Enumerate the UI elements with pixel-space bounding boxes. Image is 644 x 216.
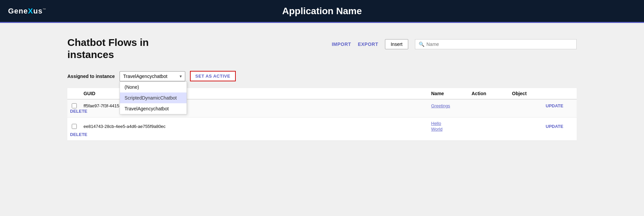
- search-box: 🔍: [415, 39, 577, 49]
- th-object: Object: [509, 91, 543, 96]
- th-name: Name: [428, 91, 469, 96]
- row2-checkbox-cell: [67, 124, 81, 129]
- app-header: GeneXus™ Application Name: [0, 0, 644, 23]
- export-button[interactable]: EXPORT: [358, 42, 378, 47]
- dropdown-item-travel[interactable]: TravelAgencychatbot: [120, 103, 187, 114]
- dropdown-menu: (None) ScriptedDynamicChatbot TravelAgen…: [120, 81, 187, 114]
- row2-guid: ee814743-28cb-4ee5-a4d6-ae755f9a80ec: [81, 124, 216, 129]
- row1-delete-cell: DELETE: [67, 108, 81, 114]
- row1-delete-button[interactable]: DELETE: [70, 109, 87, 114]
- instance-dropdown-wrapper: (None) ScriptedDynamicChatbot TravelAgen…: [120, 71, 185, 81]
- row1-checkbox[interactable]: [72, 103, 77, 108]
- th-action: Action: [469, 91, 509, 96]
- set-active-button[interactable]: SET AS ACTIVE: [190, 71, 236, 81]
- table-row: ee814743-28cb-4ee5-a4d6-ae755f9a80ec Hel…: [67, 117, 577, 141]
- row2-update-cell: UPDATE: [543, 124, 577, 129]
- row1-update-cell: UPDATE: [543, 103, 577, 108]
- th-update: [543, 91, 577, 96]
- row1-update-button[interactable]: UPDATE: [546, 103, 563, 108]
- row2-name-link-hello[interactable]: Hello: [431, 121, 466, 126]
- search-input[interactable]: [426, 42, 573, 47]
- row2-delete-cell: DELETE: [67, 132, 81, 137]
- top-actions: IMPORT EXPORT Insert 🔍: [332, 39, 577, 49]
- th-spacer: [216, 91, 428, 96]
- insert-button[interactable]: Insert: [385, 39, 408, 49]
- page-title: Chatbot Flows in instances: [67, 36, 168, 61]
- search-icon: 🔍: [419, 42, 424, 47]
- main-content: Chatbot Flows in instances IMPORT EXPORT…: [0, 23, 644, 216]
- row2-name-link-world[interactable]: World: [431, 127, 466, 132]
- app-title: Application Name: [282, 6, 362, 17]
- logo-genexus: GeneXus™: [8, 7, 46, 15]
- row1-checkbox-cell: [67, 103, 81, 108]
- row1-name: Greetings: [428, 103, 469, 108]
- assigned-label: Assigned to instance: [67, 74, 115, 79]
- import-button[interactable]: IMPORT: [332, 42, 351, 47]
- instance-dropdown[interactable]: (None) ScriptedDynamicChatbot TravelAgen…: [120, 71, 185, 81]
- th-checkbox: [67, 91, 81, 96]
- top-bar: Chatbot Flows in instances IMPORT EXPORT…: [67, 36, 577, 61]
- row2-name: Hello World: [428, 121, 469, 132]
- dropdown-item-none[interactable]: (None): [120, 82, 187, 92]
- row2-delete-button[interactable]: DELETE: [70, 132, 87, 137]
- dropdown-item-scripted[interactable]: ScriptedDynamicChatbot: [120, 92, 187, 103]
- row2-checkbox[interactable]: [72, 124, 77, 129]
- row2-name-multi: Hello World: [431, 121, 466, 132]
- app-logo: GeneXus™: [8, 7, 46, 16]
- row2-update-button[interactable]: UPDATE: [546, 124, 563, 129]
- row1-name-link[interactable]: Greetings: [431, 103, 450, 108]
- assigned-row: Assigned to instance (None) ScriptedDyna…: [67, 71, 577, 81]
